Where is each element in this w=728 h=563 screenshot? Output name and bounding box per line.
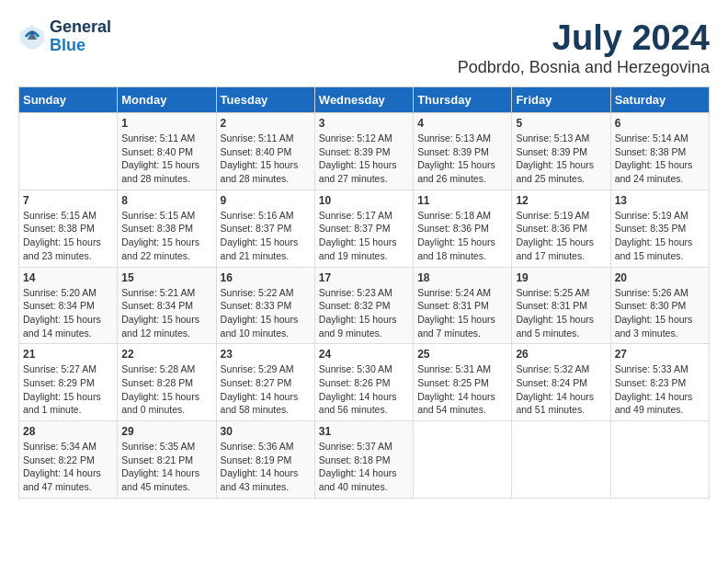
day-info-17: Sunrise: 5:23 AM Sunset: 8:32 PM Dayligh… [319, 286, 409, 340]
week-row-2: 7Sunrise: 5:15 AM Sunset: 8:38 PM Daylig… [19, 190, 710, 267]
cell-w2-d5: 11Sunrise: 5:18 AM Sunset: 8:36 PM Dayli… [414, 190, 512, 267]
cell-w3-d4: 17Sunrise: 5:23 AM Sunset: 8:32 PM Dayli… [314, 267, 413, 344]
cell-w2-d1: 7Sunrise: 5:15 AM Sunset: 8:38 PM Daylig… [19, 190, 118, 267]
cell-w5-d6 [512, 421, 610, 499]
cell-w5-d7 [610, 421, 709, 499]
day-info-11: Sunrise: 5:18 AM Sunset: 8:36 PM Dayligh… [417, 209, 507, 263]
day-info-10: Sunrise: 5:17 AM Sunset: 8:37 PM Dayligh… [319, 209, 409, 263]
cell-w2-d4: 10Sunrise: 5:17 AM Sunset: 8:37 PM Dayli… [314, 190, 413, 267]
day-number-27: 27 [615, 348, 705, 361]
header-saturday: Saturday [610, 87, 709, 113]
cell-w4-d5: 25Sunrise: 5:31 AM Sunset: 8:25 PM Dayli… [414, 344, 512, 421]
cell-w5-d5 [414, 421, 512, 499]
day-info-4: Sunrise: 5:13 AM Sunset: 8:39 PM Dayligh… [417, 132, 507, 186]
day-info-14: Sunrise: 5:20 AM Sunset: 8:34 PM Dayligh… [23, 286, 113, 340]
day-number-23: 23 [221, 348, 311, 361]
header-friday: Friday [512, 87, 610, 113]
cell-w2-d6: 12Sunrise: 5:19 AM Sunset: 8:36 PM Dayli… [512, 190, 610, 267]
cell-w1-d2: 1Sunrise: 5:11 AM Sunset: 8:40 PM Daylig… [118, 113, 216, 190]
logo-text: General Blue [50, 18, 111, 55]
day-number-1: 1 [121, 117, 211, 130]
header-row: Sunday Monday Tuesday Wednesday Thursday… [19, 87, 710, 113]
cell-w1-d1 [19, 113, 118, 190]
week-row-5: 28Sunrise: 5:34 AM Sunset: 8:22 PM Dayli… [19, 421, 710, 499]
day-info-22: Sunrise: 5:28 AM Sunset: 8:28 PM Dayligh… [121, 362, 211, 417]
cell-w3-d7: 20Sunrise: 5:26 AM Sunset: 8:30 PM Dayli… [610, 267, 709, 344]
day-info-27: Sunrise: 5:33 AM Sunset: 8:23 PM Dayligh… [615, 362, 705, 417]
header-wednesday: Wednesday [314, 87, 413, 113]
subtitle: Podbrdo, Bosnia and Herzegovina [458, 58, 710, 77]
day-number-29: 29 [121, 425, 211, 438]
week-row-1: 1Sunrise: 5:11 AM Sunset: 8:40 PM Daylig… [19, 113, 710, 190]
day-number-7: 7 [23, 194, 113, 207]
day-number-31: 31 [319, 425, 409, 438]
day-info-30: Sunrise: 5:36 AM Sunset: 8:19 PM Dayligh… [221, 440, 311, 494]
day-info-25: Sunrise: 5:31 AM Sunset: 8:25 PM Dayligh… [417, 362, 507, 417]
day-number-4: 4 [417, 117, 507, 130]
header-tuesday: Tuesday [216, 87, 314, 113]
cell-w1-d4: 3Sunrise: 5:12 AM Sunset: 8:39 PM Daylig… [314, 113, 413, 190]
day-number-28: 28 [23, 425, 113, 438]
day-info-20: Sunrise: 5:26 AM Sunset: 8:30 PM Dayligh… [615, 286, 705, 340]
cell-w4-d6: 26Sunrise: 5:32 AM Sunset: 8:24 PM Dayli… [512, 344, 610, 421]
cell-w1-d5: 4Sunrise: 5:13 AM Sunset: 8:39 PM Daylig… [414, 113, 512, 190]
day-number-5: 5 [516, 117, 606, 130]
day-number-24: 24 [319, 348, 409, 361]
day-number-8: 8 [121, 194, 211, 207]
day-number-20: 20 [615, 271, 705, 284]
day-number-3: 3 [319, 117, 409, 130]
cell-w4-d2: 22Sunrise: 5:28 AM Sunset: 8:28 PM Dayli… [118, 344, 216, 421]
day-info-31: Sunrise: 5:37 AM Sunset: 8:18 PM Dayligh… [319, 440, 409, 494]
logo-icon [18, 23, 46, 51]
day-number-16: 16 [221, 271, 311, 284]
cell-w5-d1: 28Sunrise: 5:34 AM Sunset: 8:22 PM Dayli… [19, 421, 118, 499]
cell-w5-d4: 31Sunrise: 5:37 AM Sunset: 8:18 PM Dayli… [314, 421, 413, 499]
day-number-19: 19 [516, 271, 606, 284]
cell-w1-d7: 6Sunrise: 5:14 AM Sunset: 8:38 PM Daylig… [610, 113, 709, 190]
day-info-12: Sunrise: 5:19 AM Sunset: 8:36 PM Dayligh… [516, 209, 606, 263]
day-number-6: 6 [615, 117, 705, 130]
day-info-16: Sunrise: 5:22 AM Sunset: 8:33 PM Dayligh… [221, 286, 311, 340]
day-number-21: 21 [23, 348, 113, 361]
day-info-18: Sunrise: 5:24 AM Sunset: 8:31 PM Dayligh… [417, 286, 507, 340]
day-number-15: 15 [121, 271, 211, 284]
cell-w2-d2: 8Sunrise: 5:15 AM Sunset: 8:38 PM Daylig… [118, 190, 216, 267]
day-number-25: 25 [417, 348, 507, 361]
day-info-26: Sunrise: 5:32 AM Sunset: 8:24 PM Dayligh… [516, 362, 606, 417]
day-number-11: 11 [417, 194, 507, 207]
main-title: July 2024 [458, 18, 710, 58]
cell-w2-d7: 13Sunrise: 5:19 AM Sunset: 8:35 PM Dayli… [610, 190, 709, 267]
cell-w3-d2: 15Sunrise: 5:21 AM Sunset: 8:34 PM Dayli… [118, 267, 216, 344]
day-info-19: Sunrise: 5:25 AM Sunset: 8:31 PM Dayligh… [516, 286, 606, 340]
cell-w4-d1: 21Sunrise: 5:27 AM Sunset: 8:29 PM Dayli… [19, 344, 118, 421]
cell-w4-d4: 24Sunrise: 5:30 AM Sunset: 8:26 PM Dayli… [314, 344, 413, 421]
day-number-17: 17 [319, 271, 409, 284]
day-info-28: Sunrise: 5:34 AM Sunset: 8:22 PM Dayligh… [23, 440, 113, 494]
day-number-12: 12 [516, 194, 606, 207]
cell-w3-d1: 14Sunrise: 5:20 AM Sunset: 8:34 PM Dayli… [19, 267, 118, 344]
calendar-table: Sunday Monday Tuesday Wednesday Thursday… [18, 86, 710, 499]
calendar-body: 1Sunrise: 5:11 AM Sunset: 8:40 PM Daylig… [19, 113, 710, 499]
logo: General Blue [18, 18, 111, 55]
header-thursday: Thursday [414, 87, 512, 113]
cell-w3-d3: 16Sunrise: 5:22 AM Sunset: 8:33 PM Dayli… [216, 267, 314, 344]
day-info-7: Sunrise: 5:15 AM Sunset: 8:38 PM Dayligh… [23, 209, 113, 263]
cell-w4-d7: 27Sunrise: 5:33 AM Sunset: 8:23 PM Dayli… [610, 344, 709, 421]
day-number-9: 9 [221, 194, 311, 207]
day-info-6: Sunrise: 5:14 AM Sunset: 8:38 PM Dayligh… [615, 132, 705, 186]
day-number-14: 14 [23, 271, 113, 284]
page-header: General Blue July 2024 Podbrdo, Bosnia a… [18, 18, 710, 77]
logo-blue-text: Blue [50, 37, 111, 55]
cell-w1-d3: 2Sunrise: 5:11 AM Sunset: 8:40 PM Daylig… [216, 113, 314, 190]
day-info-21: Sunrise: 5:27 AM Sunset: 8:29 PM Dayligh… [23, 362, 113, 417]
cell-w2-d3: 9Sunrise: 5:16 AM Sunset: 8:37 PM Daylig… [216, 190, 314, 267]
cell-w3-d5: 18Sunrise: 5:24 AM Sunset: 8:31 PM Dayli… [414, 267, 512, 344]
day-info-13: Sunrise: 5:19 AM Sunset: 8:35 PM Dayligh… [615, 209, 705, 263]
day-number-18: 18 [417, 271, 507, 284]
day-number-13: 13 [615, 194, 705, 207]
day-number-22: 22 [121, 348, 211, 361]
day-info-2: Sunrise: 5:11 AM Sunset: 8:40 PM Dayligh… [221, 132, 311, 186]
header-sunday: Sunday [19, 87, 118, 113]
day-info-23: Sunrise: 5:29 AM Sunset: 8:27 PM Dayligh… [221, 362, 311, 417]
header-monday: Monday [118, 87, 216, 113]
